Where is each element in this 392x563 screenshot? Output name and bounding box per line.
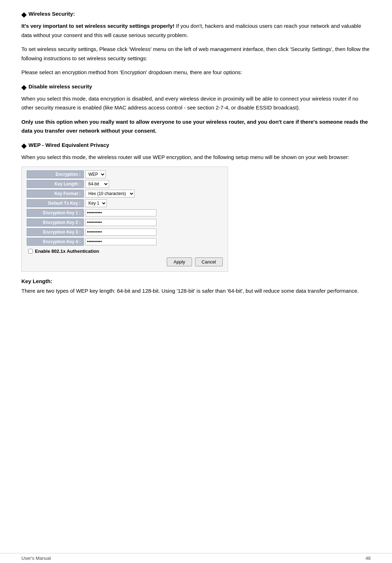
apply-button[interactable]: Apply (167, 257, 192, 266)
wep-section-header: ◆ WEP - Wired Equivalent Privacy (21, 142, 371, 150)
enc-key1-input[interactable] (85, 209, 156, 216)
diamond-icon-wep: ◆ (21, 142, 26, 150)
disable-section-para1: When you select this mode, data encrypti… (21, 94, 371, 112)
enc-key4-label: Encryption Key 4 : (27, 238, 84, 246)
key-length-para1: There are two types of WEP key length: 6… (21, 286, 371, 296)
default-tx-row: Default Tx Key : Key 1 Key 2 Key 3 Key 4 (27, 199, 223, 207)
disable-section-title: Disable wireless security (29, 83, 92, 89)
enc-key2-row: Encryption Key 2 : (27, 219, 223, 226)
footer-right: 48 (366, 556, 371, 561)
wireless-security-intro-bold: It's very important to set wireless secu… (21, 23, 175, 29)
enc-key4-row: Encryption Key 4 : (27, 238, 223, 246)
wireless-security-intro: It's very important to set wireless secu… (21, 21, 371, 40)
enc-key1-label: Encryption Key 1 : (27, 209, 84, 217)
wep-section-title: WEP - Wired Equivalent Privacy (29, 142, 109, 148)
enc-key1-row: Encryption Key 1 : (27, 209, 223, 217)
key-length-row: Key Length : 64-bit 128-bit (27, 180, 223, 188)
enc-key2-label: Encryption Key 2 : (27, 219, 84, 226)
wireless-security-para2: To set wireless security settings, Pleas… (21, 45, 371, 63)
diamond-icon-disable: ◆ (21, 83, 26, 91)
disable-section-header: ◆ Disable wireless security (21, 83, 371, 91)
footer: User's Manual 48 (0, 553, 392, 563)
form-buttons: Apply Cancel (27, 257, 223, 266)
cancel-button[interactable]: Cancel (195, 257, 223, 266)
default-tx-select[interactable]: Key 1 Key 2 Key 3 Key 4 (85, 199, 107, 207)
footer-left: User's Manual (21, 556, 51, 561)
enc-key3-input[interactable] (85, 229, 156, 236)
enable-8021x-checkbox[interactable] (28, 249, 33, 254)
wireless-security-para3: Please select an encryption method from … (21, 68, 371, 77)
key-format-row: Key Format : Hex (10 characters) ASCII (… (27, 190, 223, 198)
disable-section-para2: Only use this option when you really wan… (21, 117, 371, 135)
encryption-label: Encryption : (27, 170, 84, 178)
enable-8021x-label: Enable 802.1x Authentication (35, 249, 99, 254)
enc-key2-input[interactable] (85, 219, 156, 226)
wireless-security-header: ◆ Wireless Security: (21, 11, 371, 19)
encryption-select[interactable]: WEP (85, 170, 106, 178)
key-length-title: Key Length: (21, 278, 371, 284)
wep-section-para1: When you select this mode, the wireless … (21, 153, 371, 162)
wep-form: Encryption : WEP Key Length : 64-bit 128… (21, 167, 228, 272)
key-format-label: Key Format : (27, 190, 84, 198)
default-tx-label: Default Tx Key : (27, 199, 84, 207)
enc-key4-input[interactable] (85, 238, 156, 245)
encryption-row: Encryption : WEP (27, 170, 223, 178)
enable-8021x-row: Enable 802.1x Authentication (28, 249, 223, 254)
enc-key3-row: Encryption Key 3 : (27, 228, 223, 236)
key-length-label: Key Length : (27, 180, 84, 188)
enc-key3-label: Encryption Key 3 : (27, 228, 84, 236)
key-format-select[interactable]: Hex (10 characters) ASCII (5 characters) (85, 190, 135, 198)
diamond-icon: ◆ (21, 11, 26, 19)
wireless-security-title: Wireless Security: (29, 11, 75, 17)
key-length-select[interactable]: 64-bit 128-bit (85, 180, 109, 188)
